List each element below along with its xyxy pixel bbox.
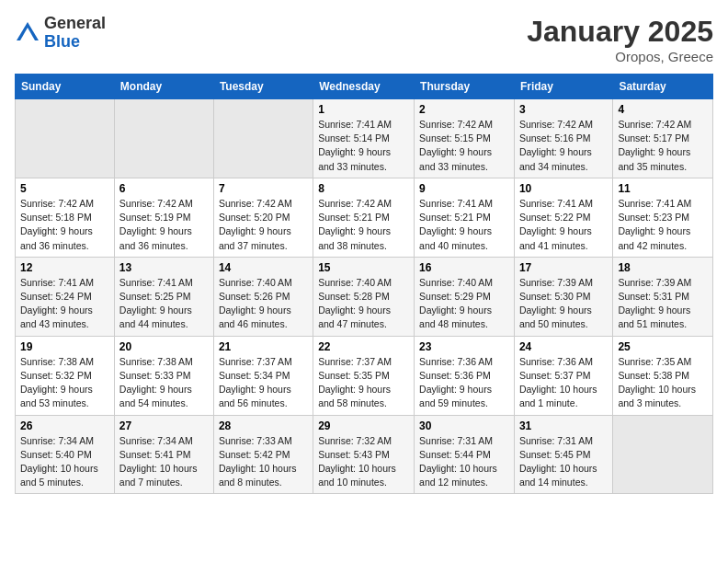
day-number: 4 bbox=[618, 103, 708, 116]
day-info: Sunrise: 7:41 AM Sunset: 5:22 PM Dayligh… bbox=[519, 197, 608, 253]
day-number: 17 bbox=[519, 261, 608, 274]
day-info: Sunrise: 7:42 AM Sunset: 5:15 PM Dayligh… bbox=[419, 118, 509, 174]
weekday-header-cell: Monday bbox=[114, 75, 213, 99]
day-info: Sunrise: 7:36 AM Sunset: 5:36 PM Dayligh… bbox=[419, 355, 509, 411]
day-number: 20 bbox=[119, 340, 209, 353]
calendar-week-row: 1Sunrise: 7:41 AM Sunset: 5:14 PM Daylig… bbox=[16, 99, 713, 178]
calendar-week-row: 19Sunrise: 7:38 AM Sunset: 5:32 PM Dayli… bbox=[16, 336, 713, 415]
day-info: Sunrise: 7:37 AM Sunset: 5:34 PM Dayligh… bbox=[219, 355, 308, 411]
day-number: 1 bbox=[318, 103, 409, 116]
day-number: 7 bbox=[219, 182, 308, 195]
location-subtitle: Oropos, Greece bbox=[527, 49, 713, 64]
day-info: Sunrise: 7:42 AM Sunset: 5:17 PM Dayligh… bbox=[618, 118, 708, 174]
day-info: Sunrise: 7:42 AM Sunset: 5:21 PM Dayligh… bbox=[318, 197, 409, 253]
calendar-week-row: 26Sunrise: 7:34 AM Sunset: 5:40 PM Dayli… bbox=[16, 415, 713, 494]
calendar-cell: 24Sunrise: 7:36 AM Sunset: 5:37 PM Dayli… bbox=[514, 336, 612, 415]
day-info: Sunrise: 7:34 AM Sunset: 5:40 PM Dayligh… bbox=[20, 434, 109, 490]
calendar-body: 1Sunrise: 7:41 AM Sunset: 5:14 PM Daylig… bbox=[16, 99, 713, 494]
calendar-cell: 19Sunrise: 7:38 AM Sunset: 5:32 PM Dayli… bbox=[16, 336, 115, 415]
calendar-cell: 18Sunrise: 7:39 AM Sunset: 5:31 PM Dayli… bbox=[613, 257, 713, 336]
day-info: Sunrise: 7:31 AM Sunset: 5:45 PM Dayligh… bbox=[519, 434, 608, 490]
calendar-cell: 27Sunrise: 7:34 AM Sunset: 5:41 PM Dayli… bbox=[114, 415, 213, 494]
calendar-cell: 3Sunrise: 7:42 AM Sunset: 5:16 PM Daylig… bbox=[514, 99, 612, 178]
day-info: Sunrise: 7:31 AM Sunset: 5:44 PM Dayligh… bbox=[419, 434, 509, 490]
day-info: Sunrise: 7:39 AM Sunset: 5:30 PM Dayligh… bbox=[519, 276, 608, 332]
calendar-cell: 10Sunrise: 7:41 AM Sunset: 5:22 PM Dayli… bbox=[514, 178, 612, 257]
day-info: Sunrise: 7:41 AM Sunset: 5:14 PM Dayligh… bbox=[318, 118, 409, 174]
day-number: 26 bbox=[20, 419, 109, 432]
weekday-header-cell: Wednesday bbox=[313, 75, 415, 99]
day-number: 6 bbox=[119, 182, 209, 195]
day-info: Sunrise: 7:41 AM Sunset: 5:24 PM Dayligh… bbox=[20, 276, 109, 332]
day-number: 3 bbox=[519, 103, 608, 116]
day-number: 2 bbox=[419, 103, 509, 116]
calendar-cell: 31Sunrise: 7:31 AM Sunset: 5:45 PM Dayli… bbox=[514, 415, 612, 494]
logo-text: General Blue bbox=[44, 15, 106, 52]
day-number: 28 bbox=[219, 419, 308, 432]
day-number: 24 bbox=[519, 340, 608, 353]
calendar-cell bbox=[16, 99, 115, 178]
calendar-cell: 15Sunrise: 7:40 AM Sunset: 5:28 PM Dayli… bbox=[313, 257, 415, 336]
day-number: 10 bbox=[519, 182, 608, 195]
day-number: 18 bbox=[618, 261, 708, 274]
day-info: Sunrise: 7:42 AM Sunset: 5:18 PM Dayligh… bbox=[20, 197, 109, 253]
calendar-cell: 30Sunrise: 7:31 AM Sunset: 5:44 PM Dayli… bbox=[415, 415, 515, 494]
calendar-cell: 5Sunrise: 7:42 AM Sunset: 5:18 PM Daylig… bbox=[16, 178, 115, 257]
calendar-cell: 12Sunrise: 7:41 AM Sunset: 5:24 PM Dayli… bbox=[16, 257, 115, 336]
calendar-cell bbox=[114, 99, 213, 178]
calendar-cell: 16Sunrise: 7:40 AM Sunset: 5:29 PM Dayli… bbox=[415, 257, 515, 336]
calendar-cell: 21Sunrise: 7:37 AM Sunset: 5:34 PM Dayli… bbox=[213, 336, 313, 415]
title-block: January 2025 Oropos, Greece bbox=[527, 15, 713, 64]
day-number: 30 bbox=[419, 419, 509, 432]
calendar-cell: 6Sunrise: 7:42 AM Sunset: 5:19 PM Daylig… bbox=[114, 178, 213, 257]
day-info: Sunrise: 7:41 AM Sunset: 5:25 PM Dayligh… bbox=[119, 276, 209, 332]
day-info: Sunrise: 7:40 AM Sunset: 5:28 PM Dayligh… bbox=[318, 276, 409, 332]
day-number: 12 bbox=[20, 261, 109, 274]
weekday-header-row: SundayMondayTuesdayWednesdayThursdayFrid… bbox=[16, 75, 713, 99]
day-number: 27 bbox=[119, 419, 209, 432]
calendar-cell bbox=[213, 99, 313, 178]
calendar-cell: 11Sunrise: 7:41 AM Sunset: 5:23 PM Dayli… bbox=[613, 178, 713, 257]
calendar-cell: 13Sunrise: 7:41 AM Sunset: 5:25 PM Dayli… bbox=[114, 257, 213, 336]
day-info: Sunrise: 7:40 AM Sunset: 5:26 PM Dayligh… bbox=[219, 276, 308, 332]
day-info: Sunrise: 7:35 AM Sunset: 5:38 PM Dayligh… bbox=[618, 355, 708, 411]
day-info: Sunrise: 7:32 AM Sunset: 5:43 PM Dayligh… bbox=[318, 434, 409, 490]
month-title: January 2025 bbox=[527, 15, 713, 49]
calendar-cell: 7Sunrise: 7:42 AM Sunset: 5:20 PM Daylig… bbox=[213, 178, 313, 257]
day-number: 13 bbox=[119, 261, 209, 274]
day-info: Sunrise: 7:41 AM Sunset: 5:23 PM Dayligh… bbox=[618, 197, 708, 253]
day-info: Sunrise: 7:39 AM Sunset: 5:31 PM Dayligh… bbox=[618, 276, 708, 332]
day-number: 21 bbox=[219, 340, 308, 353]
calendar-cell: 14Sunrise: 7:40 AM Sunset: 5:26 PM Dayli… bbox=[213, 257, 313, 336]
calendar-cell: 23Sunrise: 7:36 AM Sunset: 5:36 PM Dayli… bbox=[415, 336, 515, 415]
calendar-cell: 26Sunrise: 7:34 AM Sunset: 5:40 PM Dayli… bbox=[16, 415, 115, 494]
logo: General Blue bbox=[15, 15, 106, 52]
day-info: Sunrise: 7:38 AM Sunset: 5:32 PM Dayligh… bbox=[20, 355, 109, 411]
calendar-table: SundayMondayTuesdayWednesdayThursdayFrid… bbox=[15, 74, 713, 494]
day-info: Sunrise: 7:34 AM Sunset: 5:41 PM Dayligh… bbox=[119, 434, 209, 490]
day-info: Sunrise: 7:42 AM Sunset: 5:16 PM Dayligh… bbox=[519, 118, 608, 174]
calendar-cell: 25Sunrise: 7:35 AM Sunset: 5:38 PM Dayli… bbox=[613, 336, 713, 415]
day-number: 14 bbox=[219, 261, 308, 274]
day-info: Sunrise: 7:42 AM Sunset: 5:19 PM Dayligh… bbox=[119, 197, 209, 253]
calendar-week-row: 12Sunrise: 7:41 AM Sunset: 5:24 PM Dayli… bbox=[16, 257, 713, 336]
day-number: 16 bbox=[419, 261, 509, 274]
calendar-cell: 17Sunrise: 7:39 AM Sunset: 5:30 PM Dayli… bbox=[514, 257, 612, 336]
calendar-cell bbox=[613, 415, 713, 494]
logo-icon bbox=[15, 20, 40, 46]
weekday-header-cell: Friday bbox=[514, 75, 612, 99]
day-number: 11 bbox=[618, 182, 708, 195]
calendar-cell: 22Sunrise: 7:37 AM Sunset: 5:35 PM Dayli… bbox=[313, 336, 415, 415]
day-info: Sunrise: 7:37 AM Sunset: 5:35 PM Dayligh… bbox=[318, 355, 409, 411]
calendar-cell: 9Sunrise: 7:41 AM Sunset: 5:21 PM Daylig… bbox=[415, 178, 515, 257]
day-number: 22 bbox=[318, 340, 409, 353]
calendar-cell: 8Sunrise: 7:42 AM Sunset: 5:21 PM Daylig… bbox=[313, 178, 415, 257]
calendar-cell: 1Sunrise: 7:41 AM Sunset: 5:14 PM Daylig… bbox=[313, 99, 415, 178]
weekday-header-cell: Saturday bbox=[613, 75, 713, 99]
weekday-header-cell: Thursday bbox=[415, 75, 515, 99]
calendar-week-row: 5Sunrise: 7:42 AM Sunset: 5:18 PM Daylig… bbox=[16, 178, 713, 257]
calendar-cell: 4Sunrise: 7:42 AM Sunset: 5:17 PM Daylig… bbox=[613, 99, 713, 178]
calendar-cell: 20Sunrise: 7:38 AM Sunset: 5:33 PM Dayli… bbox=[114, 336, 213, 415]
day-info: Sunrise: 7:33 AM Sunset: 5:42 PM Dayligh… bbox=[219, 434, 308, 490]
day-number: 25 bbox=[618, 340, 708, 353]
